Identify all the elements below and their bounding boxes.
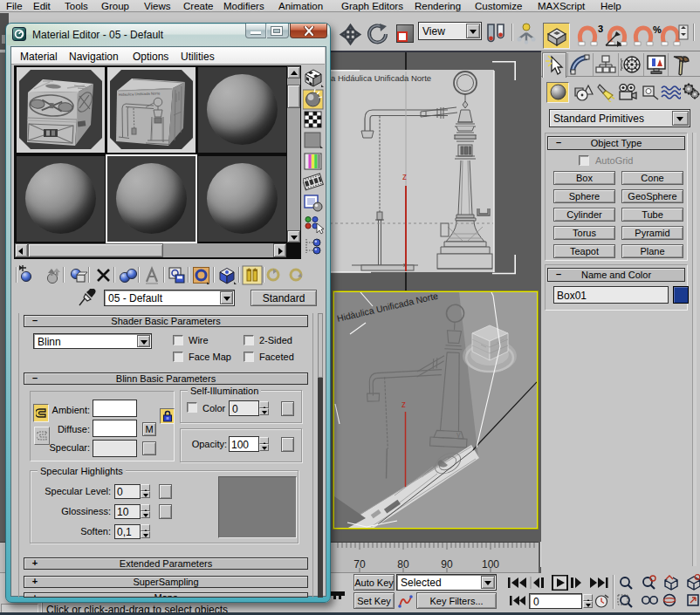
svg-text:%: % bbox=[653, 24, 662, 35]
svg-text:80: 80 bbox=[397, 558, 409, 571]
svg-text:y: y bbox=[456, 430, 461, 439]
svg-text:3: 3 bbox=[598, 24, 603, 34]
svg-text:z: z bbox=[401, 400, 406, 409]
svg-text:100: 100 bbox=[482, 558, 499, 571]
svg-text:90: 90 bbox=[441, 558, 453, 571]
svg-text:70: 70 bbox=[353, 558, 366, 571]
